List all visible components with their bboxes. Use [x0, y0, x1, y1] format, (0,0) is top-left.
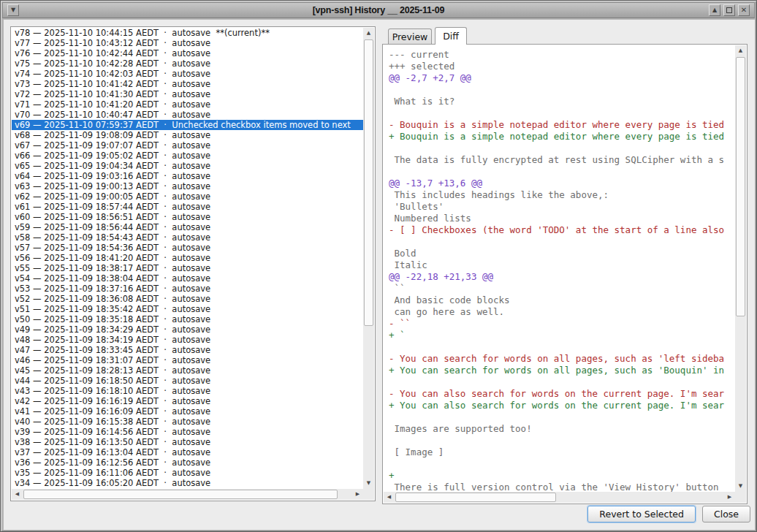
diff-line: can go here as well.	[389, 306, 737, 318]
diff-line: @@ -2,7 +2,7 @@	[389, 72, 737, 84]
tab-diff[interactable]: Diff	[435, 27, 467, 45]
close-button[interactable]: Close	[702, 506, 750, 522]
close-window-button[interactable]: ✕	[738, 4, 750, 16]
list-item[interactable]: v64 — 2025-11-09 19:03:16 AEDT · autosav…	[12, 171, 365, 181]
diff-line: - ``	[389, 318, 737, 330]
history-vscrollbar[interactable]: ▲ ▼	[363, 28, 374, 489]
diff-line	[389, 142, 737, 154]
diff-line: @@ -13,7 +13,6 @@	[389, 178, 737, 189]
diff-line: + You can search for words on all pages,…	[389, 365, 737, 376]
history-hscrollbar[interactable]: ◀ ▶	[12, 489, 363, 500]
list-item[interactable]: v45 — 2025-11-09 18:28:13 AEDT · autosav…	[12, 365, 365, 376]
diff-line	[389, 236, 737, 248]
list-item[interactable]: v66 — 2025-11-09 19:05:02 AEDT · autosav…	[12, 151, 365, 161]
list-item[interactable]: v57 — 2025-11-09 18:54:36 AEDT · autosav…	[12, 243, 365, 253]
list-item[interactable]: v37 — 2025-11-09 16:13:04 AEDT · autosav…	[12, 447, 365, 457]
diff-line: +++ selected	[389, 61, 737, 72]
list-item[interactable]: v39 — 2025-11-09 16:14:56 AEDT · autosav…	[12, 427, 365, 437]
list-item[interactable]: v71 — 2025-11-10 10:41:20 AEDT · autosav…	[12, 99, 365, 110]
scroll-down-icon[interactable]: ▼	[735, 481, 746, 492]
list-item[interactable]: v65 — 2025-11-09 19:04:34 AEDT · autosav…	[12, 161, 365, 171]
list-item[interactable]: v59 — 2025-11-09 18:56:44 AEDT · autosav…	[12, 222, 365, 232]
scroll-right-icon[interactable]: ▶	[352, 489, 363, 500]
scrollbar-corner	[735, 492, 746, 503]
list-item[interactable]: v69 — 2025-11-10 07:59:37 AEDT · Uncheck…	[12, 120, 365, 130]
revert-to-selected-button[interactable]: Revert to Selected	[587, 506, 696, 522]
window-frame: [vpn-ssh] History __ 2025-11-09 ▼ ▲ ✕ v7…	[0, 0, 757, 532]
diff-line: + Bouquin is a simple notepad editor whe…	[389, 131, 737, 142]
history-vscroll-thumb[interactable]	[364, 39, 373, 326]
list-item[interactable]: v41 — 2025-11-09 16:16:09 AEDT · autosav…	[12, 406, 365, 417]
list-item[interactable]: v74 — 2025-11-10 10:42:03 AEDT · autosav…	[12, 69, 365, 79]
diff-line: - You can search for words on all pages,…	[389, 353, 737, 365]
diff-line: + You can also search for words on the c…	[389, 400, 737, 411]
list-item[interactable]: v51 — 2025-11-09 18:35:42 AEDT · autosav…	[12, 304, 365, 314]
window-menu-icon: ▼	[11, 7, 15, 13]
list-item[interactable]: v73 — 2025-11-10 10:41:42 AEDT · autosav…	[12, 79, 365, 89]
list-item[interactable]: v35 — 2025-11-09 16:11:06 AEDT · autosav…	[12, 468, 365, 478]
list-item[interactable]: v70 — 2025-11-10 10:40:47 AEDT · autosav…	[12, 110, 365, 120]
diff-line: Bold	[389, 248, 737, 259]
list-item[interactable]: v36 — 2025-11-09 16:12:56 AEDT · autosav…	[12, 457, 365, 468]
tab-preview[interactable]: Preview	[388, 28, 432, 45]
list-item[interactable]: v43 — 2025-11-09 16:18:10 AEDT · autosav…	[12, 386, 365, 396]
scroll-up-icon[interactable]: ▲	[735, 45, 746, 56]
diff-view[interactable]: --- current+++ selected@@ -2,7 +2,7 @@ W…	[384, 45, 737, 493]
diff-line: +	[389, 470, 737, 482]
diff-vscroll-thumb[interactable]	[736, 57, 745, 316]
diff-vscrollbar[interactable]: ▲ ▼	[735, 45, 746, 492]
scroll-left-icon[interactable]: ◀	[384, 492, 395, 503]
list-item[interactable]: v77 — 2025-11-10 10:43:12 AEDT · autosav…	[12, 38, 365, 48]
scroll-down-icon[interactable]: ▼	[363, 478, 374, 489]
diff-line	[389, 107, 737, 119]
list-item[interactable]: v38 — 2025-11-09 16:13:50 AEDT · autosav…	[12, 437, 365, 447]
maximize-button[interactable]	[723, 4, 735, 16]
list-item[interactable]: v58 — 2025-11-09 18:54:43 AEDT · autosav…	[12, 232, 365, 243]
list-item[interactable]: v72 — 2025-11-10 10:41:30 AEDT · autosav…	[12, 89, 365, 99]
diff-line: And basic code blocks	[389, 294, 737, 306]
list-item[interactable]: v78 — 2025-11-10 10:44:15 AEDT · autosav…	[12, 28, 365, 38]
list-item[interactable]: v76 — 2025-11-10 10:42:44 AEDT · autosav…	[12, 48, 365, 58]
diff-line: What is it?	[389, 96, 737, 107]
history-hscroll-thumb[interactable]	[23, 490, 338, 499]
list-item[interactable]: v44 — 2025-11-09 16:18:50 AEDT · autosav…	[12, 376, 365, 386]
close-icon: ✕	[741, 7, 747, 14]
diff-line	[389, 458, 737, 470]
list-item[interactable]: v42 — 2025-11-09 16:16:19 AEDT · autosav…	[12, 396, 365, 406]
list-item[interactable]: v53 — 2025-11-09 18:37:16 AEDT · autosav…	[12, 284, 365, 294]
diff-hscrollbar[interactable]: ◀ ▶	[384, 492, 735, 503]
window-menu-button[interactable]: ▼	[7, 4, 19, 16]
scroll-up-icon[interactable]: ▲	[363, 28, 374, 39]
list-item[interactable]: v68 — 2025-11-09 19:08:09 AEDT · autosav…	[12, 130, 365, 140]
list-item[interactable]: v40 — 2025-11-09 16:15:38 AEDT · autosav…	[12, 417, 365, 427]
list-item[interactable]: v54 — 2025-11-09 18:38:04 AEDT · autosav…	[12, 273, 365, 284]
diff-line: - Bouquin is a simple notepad editor whe…	[389, 119, 737, 131]
list-item[interactable]: v61 — 2025-11-09 18:57:44 AEDT · autosav…	[12, 202, 365, 212]
history-list[interactable]: v78 — 2025-11-10 10:44:15 AEDT · autosav…	[10, 26, 376, 501]
diff-hscroll-thumb[interactable]	[395, 493, 556, 502]
maximize-icon	[726, 7, 732, 13]
list-item[interactable]: v50 — 2025-11-09 18:35:18 AEDT · autosav…	[12, 314, 365, 324]
history-rows: v78 — 2025-11-10 10:44:15 AEDT · autosav…	[12, 28, 365, 490]
list-item[interactable]: v56 — 2025-11-09 18:41:20 AEDT · autosav…	[12, 253, 365, 263]
list-item[interactable]: v47 — 2025-11-09 18:33:45 AEDT · autosav…	[12, 345, 365, 355]
diff-line	[389, 341, 737, 353]
list-item[interactable]: v60 — 2025-11-09 18:56:51 AEDT · autosav…	[12, 212, 365, 222]
diff-line	[389, 435, 737, 446]
scroll-left-icon[interactable]: ◀	[12, 489, 23, 500]
list-item[interactable]: v63 — 2025-11-09 19:00:13 AEDT · autosav…	[12, 181, 365, 191]
shade-button[interactable]: ▲	[709, 4, 720, 16]
list-item[interactable]: v52 — 2025-11-09 18:36:08 AEDT · autosav…	[12, 294, 365, 304]
scroll-right-icon[interactable]: ▶	[724, 492, 735, 503]
list-item[interactable]: v62 — 2025-11-09 19:00:05 AEDT · autosav…	[12, 191, 365, 202]
list-item[interactable]: v34 — 2025-11-09 16:05:20 AEDT · autosav…	[12, 478, 365, 488]
list-item[interactable]: v67 — 2025-11-09 19:07:07 AEDT · autosav…	[12, 140, 365, 151]
list-item[interactable]: v55 — 2025-11-09 18:38:17 AEDT · autosav…	[12, 263, 365, 273]
list-item[interactable]: v49 — 2025-11-09 18:34:29 AEDT · autosav…	[12, 324, 365, 335]
titlebar[interactable]: [vpn-ssh] History __ 2025-11-09 ▼ ▲ ✕	[2, 2, 755, 18]
diff-line	[389, 376, 737, 388]
list-item[interactable]: v46 — 2025-11-09 18:31:07 AEDT · autosav…	[12, 355, 365, 365]
list-item[interactable]: v75 — 2025-11-10 10:42:28 AEDT · autosav…	[12, 58, 365, 69]
list-item[interactable]: v48 — 2025-11-09 18:34:19 AEDT · autosav…	[12, 335, 365, 345]
diff-panel: --- current+++ selected@@ -2,7 +2,7 @@ W…	[382, 44, 748, 504]
